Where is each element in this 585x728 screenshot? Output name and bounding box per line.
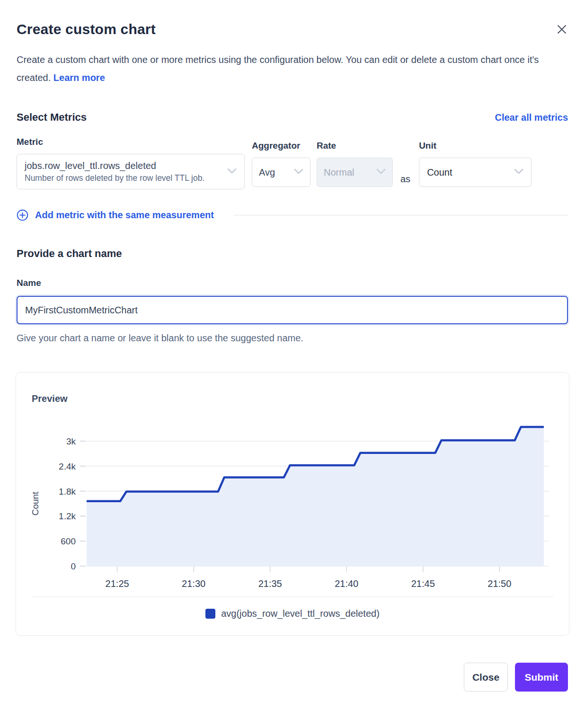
metric-select-value: jobs.row_level_ttl.rows_deleted bbox=[25, 160, 204, 171]
clear-all-metrics-link[interactable]: Clear all metrics bbox=[495, 112, 568, 123]
submit-button[interactable]: Submit bbox=[515, 663, 568, 692]
aggregator-select-value: Avg bbox=[259, 167, 275, 178]
select-metrics-heading: Select Metrics bbox=[17, 111, 87, 124]
chevron-down-icon bbox=[376, 168, 386, 177]
y-axis-title: Count bbox=[32, 491, 40, 515]
aggregator-label: Aggregator bbox=[252, 141, 310, 151]
preview-card: Preview 06001.2k1.8k2.4k3k21:2521:3021:3… bbox=[16, 372, 569, 636]
unit-select-value: Count bbox=[427, 167, 452, 178]
divider bbox=[234, 215, 568, 215]
x-tick-label: 21:45 bbox=[411, 578, 435, 589]
y-tick-label: 1.2k bbox=[59, 511, 76, 521]
name-helper-text: Give your chart a name or leave it blank… bbox=[17, 333, 568, 344]
rate-select-disabled: Normal bbox=[317, 158, 393, 187]
rate-label: Rate bbox=[317, 141, 393, 151]
create-custom-chart-modal: Create custom chart Create a custom char… bbox=[0, 0, 585, 692]
preview-chart: 06001.2k1.8k2.4k3k21:2521:3021:3521:4021… bbox=[32, 410, 553, 592]
chevron-down-icon bbox=[227, 168, 237, 176]
close-icon[interactable] bbox=[556, 23, 568, 36]
x-tick-label: 21:35 bbox=[258, 578, 282, 589]
close-button[interactable]: Close bbox=[464, 663, 508, 692]
chart-legend: avg(jobs_row_level_ttl_rows_deleted) bbox=[32, 608, 553, 625]
add-metric-label: Add metric with the same measurement bbox=[35, 210, 214, 221]
y-tick-label: 1.8k bbox=[59, 487, 76, 497]
metric-select-description: Number of rows deleted by the row level … bbox=[25, 173, 204, 183]
unit-label: Unit bbox=[419, 141, 532, 151]
add-metric-link[interactable]: Add metric with the same measurement bbox=[17, 209, 214, 221]
unit-select[interactable]: Count bbox=[419, 158, 532, 187]
chart-name-input[interactable] bbox=[17, 296, 568, 324]
y-tick-label: 2.4k bbox=[59, 462, 76, 471]
metric-label: Metric bbox=[17, 137, 245, 147]
chevron-down-icon bbox=[514, 168, 523, 177]
y-tick-label: 3k bbox=[66, 436, 76, 446]
x-tick-label: 21:25 bbox=[106, 578, 129, 589]
y-tick-label: 0 bbox=[71, 561, 76, 571]
learn-more-link[interactable]: Learn more bbox=[53, 72, 105, 83]
rate-select-value: Normal bbox=[324, 167, 354, 178]
name-label: Name bbox=[17, 278, 568, 288]
chevron-down-icon bbox=[294, 168, 303, 177]
area-fill bbox=[87, 427, 544, 566]
chart-name-heading: Provide a chart name bbox=[17, 248, 568, 260]
legend-label: avg(jobs_row_level_ttl_rows_deleted) bbox=[221, 608, 380, 619]
x-tick-label: 21:50 bbox=[488, 578, 511, 589]
aggregator-select[interactable]: Avg bbox=[252, 158, 310, 187]
preview-heading: Preview bbox=[32, 393, 553, 404]
x-tick-label: 21:40 bbox=[335, 578, 358, 589]
metric-config-row: Metric jobs.row_level_ttl.rows_deleted N… bbox=[17, 137, 568, 189]
legend-swatch bbox=[205, 609, 215, 619]
divider bbox=[32, 596, 553, 597]
page-title: Create custom chart bbox=[17, 21, 156, 37]
metric-select[interactable]: jobs.row_level_ttl.rows_deleted Number o… bbox=[17, 154, 245, 189]
x-tick-label: 21:30 bbox=[182, 578, 205, 589]
y-tick-label: 600 bbox=[61, 536, 76, 546]
as-label: as bbox=[393, 174, 419, 189]
plus-circle-icon bbox=[17, 209, 28, 221]
modal-description: Create a custom chart with one or more m… bbox=[17, 51, 561, 87]
